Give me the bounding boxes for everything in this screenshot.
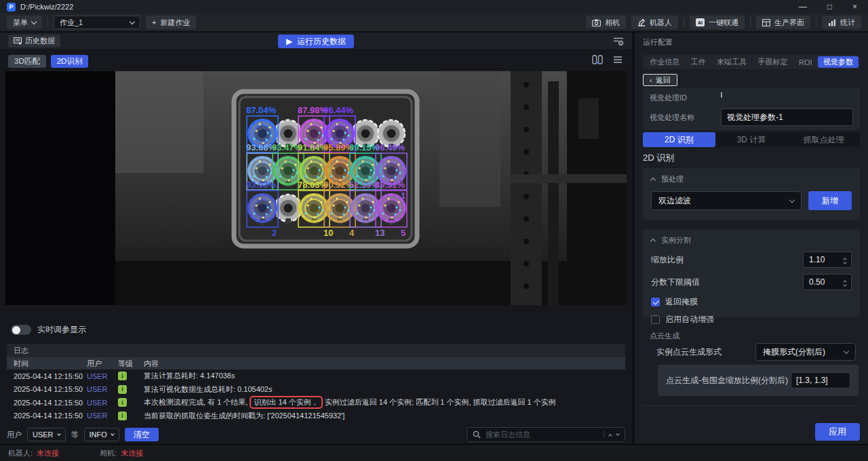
job-select[interactable]: 作业_1 <box>54 16 140 29</box>
tab-workpiece[interactable]: 工件 <box>685 56 711 68</box>
realtime-param-toggle[interactable] <box>11 325 31 335</box>
info-level-icon: i <box>118 398 127 407</box>
log-row[interactable]: 2025-04-14 12:15:50 USER i 算法计算总耗时: 4.14… <box>7 369 625 383</box>
stage-grasp-point-tab[interactable]: 抓取点处理 <box>787 132 860 147</box>
menu-lines-icon[interactable] <box>613 56 623 64</box>
mask-checkbox[interactable] <box>651 298 660 306</box>
tab-job-info[interactable]: 作业信息 <box>644 56 685 68</box>
camera-button[interactable]: 相机 <box>586 16 626 29</box>
user-filter-value: USER <box>33 430 54 439</box>
minimize-icon[interactable]: — <box>799 2 807 12</box>
divider <box>604 430 604 439</box>
svg-text:2: 2 <box>272 228 277 238</box>
spinner-down-icon[interactable] <box>843 260 847 264</box>
bbox-scale-input[interactable] <box>791 372 850 388</box>
robot-arm-icon <box>637 18 646 26</box>
config-panel: 运行配置 作业信息 工件 末端工具 手眼标定 ROI 视觉参数 ‹ 返回 视觉处… <box>635 33 868 444</box>
divider <box>684 18 684 27</box>
log-row[interactable]: 2025-04-14 12:15:50 USER i 当前获取的抓取位姿生成的时… <box>7 409 625 423</box>
log-row[interactable]: 2025-04-14 12:15:50 USER i 算法可视化数据生成总耗时:… <box>7 383 625 397</box>
collapse-icon[interactable] <box>650 238 656 243</box>
chevron-down-icon <box>789 197 795 202</box>
tab-vision-params[interactable]: 视觉参数 <box>818 56 859 68</box>
vision-process-name-label: 视觉处理名称 <box>650 113 721 123</box>
auto-enhance-checkbox[interactable] <box>651 315 660 324</box>
divider <box>47 18 48 27</box>
search-prev-icon[interactable] <box>608 434 612 438</box>
vision-process-name-input[interactable] <box>721 108 853 126</box>
svg-text:49.31%: 49.31% <box>375 180 406 190</box>
tab-hand-eye-calib[interactable]: 手眼标定 <box>752 56 793 68</box>
vision-process-card: 视觉处理ID 视觉处理名称 <box>643 88 860 130</box>
collapse-icon[interactable] <box>650 177 656 182</box>
info-level-icon: i <box>118 412 127 420</box>
search-icon <box>473 430 481 439</box>
preprocess-card: 预处理 双边滤波 新增 <box>643 168 860 220</box>
history-data-icon <box>14 37 22 45</box>
svg-text:13: 13 <box>375 228 384 238</box>
maximize-icon[interactable]: □ <box>827 2 832 12</box>
bar-chart-icon <box>828 19 836 26</box>
log-header-row: 时间 用户 等级 内容 <box>7 357 625 369</box>
spinner-down-icon[interactable] <box>843 283 847 287</box>
tab-roi[interactable]: ROI <box>793 56 818 68</box>
menu-button[interactable]: 菜单 <box>7 16 42 29</box>
log-search-box[interactable] <box>467 427 625 442</box>
robot-label: 机器人 <box>650 18 672 28</box>
score-threshold-stepper[interactable]: 0.50 <box>803 274 852 290</box>
app-logo-icon: P <box>7 3 16 12</box>
segmentation-title: 实例分割 <box>661 235 691 245</box>
one-key-connect-button[interactable]: AI 一键联通 <box>690 16 745 29</box>
history-data-tab[interactable]: 历史数据 <box>8 35 60 47</box>
stage-2d-recognition-tab[interactable]: 2D 识别 <box>643 132 715 147</box>
log-content: 算法计算总耗时: 4.147038s <box>144 371 625 381</box>
search-next-icon[interactable] <box>616 432 620 436</box>
compare-view-icon[interactable] <box>592 55 603 64</box>
log-row[interactable]: 2025-04-14 12:15:50 USER i 本次检测流程完成, 有 1… <box>7 396 625 409</box>
log-col-time: 时间 <box>14 359 87 369</box>
chevron-down-icon <box>130 18 135 24</box>
pointcloud-form-label: 实例点云生成形式 <box>656 346 722 358</box>
log-panel: 日志 时间 用户 等级 内容 2025-04-14 12:15:50 USER … <box>7 344 625 422</box>
back-button[interactable]: ‹ 返回 <box>643 74 677 86</box>
svg-text:96.44%: 96.44% <box>323 105 354 115</box>
realtime-param-label: 实时调参显示 <box>37 324 86 336</box>
log-content: 本次检测流程完成, 有 1 个结果,识别出 14 个实例，实例过滤后返回 14 … <box>144 396 625 409</box>
play-icon: ▶ <box>286 37 292 46</box>
info-level-icon: i <box>118 385 127 394</box>
log-user: USER <box>87 412 108 420</box>
camera-photo: 87.04%87.98%96.44%93.68%93.47%91.84%95.8… <box>5 71 627 305</box>
log-search-input[interactable] <box>486 430 599 439</box>
tab-end-tool[interactable]: 末端工具 <box>711 56 752 68</box>
log-user: USER <box>87 385 108 393</box>
pointcloud-form-select[interactable]: 掩膜形式(分割后) <box>755 343 856 361</box>
clear-log-button[interactable]: 清空 <box>125 428 159 441</box>
statistics-button[interactable]: 统计 <box>822 16 861 29</box>
svg-text:4: 4 <box>349 228 355 238</box>
menu-button-label: 菜单 <box>13 18 28 28</box>
log-footer: 用户 USER 等 INFO 清空 <box>7 427 625 442</box>
svg-text:96.49%: 96.49% <box>375 142 406 153</box>
filter-select[interactable]: 双边滤波 <box>651 191 802 210</box>
close-icon[interactable]: × <box>852 2 857 12</box>
camera-icon <box>592 19 601 26</box>
plus-icon: + <box>152 18 156 26</box>
log-filter-settings-icon[interactable] <box>613 37 624 46</box>
mode-2d-recognition-button[interactable]: 2D识别 <box>51 55 89 68</box>
add-filter-button[interactable]: 新增 <box>808 191 852 210</box>
robot-button[interactable]: 机器人 <box>631 16 678 29</box>
bbox-scale-card: 点云生成-包围盒缩放比例(分割后) <box>658 365 859 396</box>
new-job-button[interactable]: + 新建作业 <box>146 16 196 29</box>
mode-3d-match-button[interactable]: 3D匹配 <box>8 55 46 68</box>
level-filter-select[interactable]: INFO <box>84 428 119 441</box>
scale-ratio-stepper[interactable]: 1.10 <box>803 252 852 268</box>
run-history-button[interactable]: ▶ 运行历史数据 <box>278 35 354 48</box>
camera-image-viewer[interactable]: 87.04%87.98%96.44%93.68%93.47%91.84%95.8… <box>5 71 627 305</box>
user-filter-select[interactable]: USER <box>27 428 66 441</box>
log-time: 2025-04-14 12:15:50 <box>14 372 87 380</box>
apply-button[interactable]: 应用 <box>815 423 860 441</box>
stage-3d-compute-tab[interactable]: 3D 计算 <box>715 132 788 147</box>
config-title: 运行配置 <box>643 37 673 47</box>
production-ui-button[interactable]: 生产界面 <box>756 16 810 29</box>
log-time: 2025-04-14 12:15:50 <box>14 385 87 393</box>
